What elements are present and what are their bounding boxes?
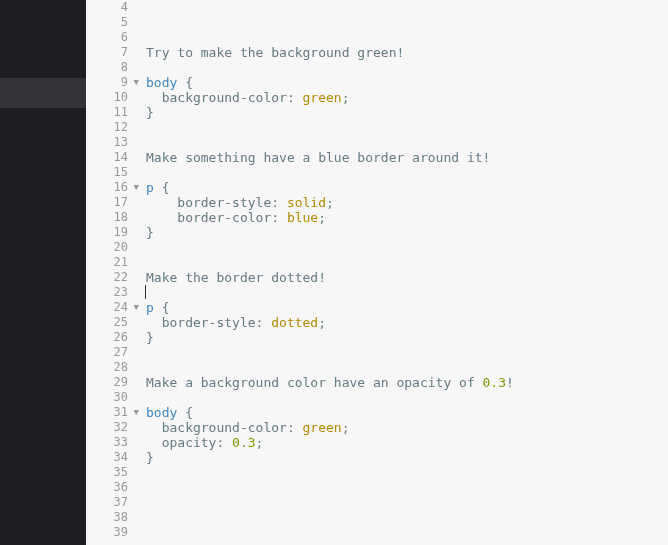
code-token: ; <box>342 420 350 435</box>
code-line[interactable] <box>146 510 668 525</box>
code-line[interactable]: body { <box>146 75 668 90</box>
code-line[interactable] <box>146 525 668 540</box>
code-token: solid <box>287 195 326 210</box>
code-line[interactable] <box>146 120 668 135</box>
code-token: Make the border dotted! <box>146 270 326 285</box>
code-line[interactable] <box>146 345 668 360</box>
code-token: green <box>303 90 342 105</box>
code-line[interactable] <box>146 165 668 180</box>
code-token: { <box>185 75 193 90</box>
code-token: background-color <box>162 90 287 105</box>
code-line[interactable]: background-color: green; <box>146 90 668 105</box>
sidebar-active-tab[interactable] <box>0 78 86 108</box>
line-number: 21 <box>86 255 128 270</box>
code-token: ; <box>326 195 334 210</box>
line-number: 27 <box>86 345 128 360</box>
code-area[interactable]: Try to make the background green!body { … <box>140 0 668 545</box>
code-line[interactable]: border-color: blue; <box>146 210 668 225</box>
code-line[interactable]: Make the border dotted! <box>146 270 668 285</box>
code-token: opacity <box>162 435 217 450</box>
code-line[interactable]: opacity: 0.3; <box>146 435 668 450</box>
code-token: Make something have a blue border around… <box>146 150 490 165</box>
fold-icon[interactable]: ▼ <box>134 180 139 195</box>
code-token <box>146 90 162 105</box>
line-number: 33 <box>86 435 128 450</box>
code-line[interactable]: } <box>146 450 668 465</box>
code-token: : <box>287 90 303 105</box>
fold-icon[interactable]: ▼ <box>134 75 139 90</box>
code-line[interactable] <box>146 60 668 75</box>
code-line[interactable] <box>146 255 668 270</box>
fold-icon[interactable]: ▼ <box>134 405 139 420</box>
line-number: 8 <box>86 60 128 75</box>
code-line[interactable]: border-style: solid; <box>146 195 668 210</box>
code-token: blue <box>287 210 318 225</box>
code-editor[interactable]: 456789▼10111213141516▼1718192021222324▼2… <box>86 0 668 545</box>
code-token <box>146 195 177 210</box>
code-line[interactable]: } <box>146 330 668 345</box>
line-number: 12 <box>86 120 128 135</box>
code-line[interactable]: Make a background color have an opacity … <box>146 375 668 390</box>
code-token: { <box>162 300 170 315</box>
code-line[interactable] <box>146 15 668 30</box>
line-number: 38 <box>86 510 128 525</box>
fold-icon[interactable]: ▼ <box>134 300 139 315</box>
code-token: } <box>146 450 154 465</box>
code-token: } <box>146 105 154 120</box>
line-number: 29 <box>86 375 128 390</box>
code-token: 0.3 <box>232 435 255 450</box>
code-line[interactable]: p { <box>146 180 668 195</box>
code-token: dotted <box>271 315 318 330</box>
code-line[interactable]: body { <box>146 405 668 420</box>
line-number: 34 <box>86 450 128 465</box>
code-line[interactable]: Make something have a blue border around… <box>146 150 668 165</box>
code-token: ; <box>318 210 326 225</box>
code-token: background-color <box>162 420 287 435</box>
code-line[interactable] <box>146 480 668 495</box>
line-number: 7 <box>86 45 128 60</box>
code-token: Make a background color have an opacity … <box>146 375 483 390</box>
code-token <box>146 435 162 450</box>
code-line[interactable]: p { <box>146 300 668 315</box>
line-number: 18 <box>86 210 128 225</box>
code-token: body <box>146 405 177 420</box>
code-token: ; <box>318 315 326 330</box>
code-token: ; <box>342 90 350 105</box>
line-number: 6 <box>86 30 128 45</box>
code-token: : <box>287 420 303 435</box>
code-line[interactable] <box>146 465 668 480</box>
code-line[interactable]: Try to make the background green! <box>146 45 668 60</box>
line-number: 20 <box>86 240 128 255</box>
line-number: 32 <box>86 420 128 435</box>
code-line[interactable]: border-style: dotted; <box>146 315 668 330</box>
code-line[interactable]: background-color: green; <box>146 420 668 435</box>
code-token <box>146 420 162 435</box>
code-line[interactable] <box>146 240 668 255</box>
code-token: ! <box>506 375 514 390</box>
code-line[interactable] <box>146 390 668 405</box>
line-number: 19 <box>86 225 128 240</box>
line-number: 28 <box>86 360 128 375</box>
line-number: 35 <box>86 465 128 480</box>
line-number: 36 <box>86 480 128 495</box>
code-token <box>177 75 185 90</box>
code-line[interactable] <box>146 495 668 510</box>
code-line[interactable]: } <box>146 105 668 120</box>
line-number: 10 <box>86 90 128 105</box>
line-number: 22 <box>86 270 128 285</box>
code-line[interactable] <box>146 30 668 45</box>
code-token: : <box>216 435 232 450</box>
code-token <box>154 180 162 195</box>
code-line[interactable] <box>146 360 668 375</box>
code-token <box>146 210 177 225</box>
line-number: 31▼ <box>86 405 128 420</box>
line-number: 30 <box>86 390 128 405</box>
code-token: border-style <box>162 315 256 330</box>
code-line[interactable]: } <box>146 225 668 240</box>
code-line[interactable] <box>146 0 668 15</box>
line-number: 14 <box>86 150 128 165</box>
code-line[interactable] <box>146 285 668 300</box>
line-number: 4 <box>86 0 128 15</box>
code-token: : <box>271 210 287 225</box>
code-line[interactable] <box>146 135 668 150</box>
